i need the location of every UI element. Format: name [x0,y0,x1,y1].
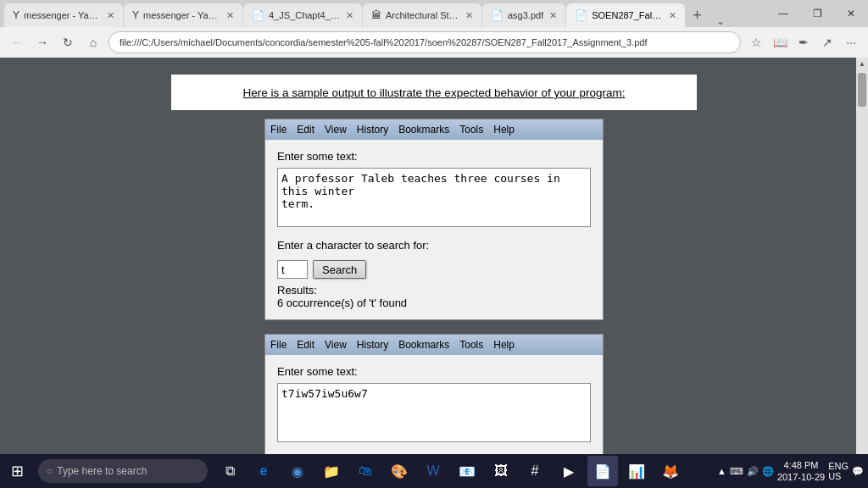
taskbar-time: 4:48 PM [777,459,825,471]
taskbar-search-text: Type here to search [57,465,147,477]
demo-2-menu-bookmarks[interactable]: Bookmarks [398,339,449,351]
tab-1-favicon: Y [13,9,19,21]
tab-6[interactable]: 📄 SOEN287_Fall2017_ ✕ [566,3,685,27]
pdf-icon[interactable]: 📄 [587,456,618,486]
powerpoint-icon[interactable]: 📊 [621,456,652,486]
share-icon[interactable]: ↗ [817,32,837,53]
demo-1-results-text: 6 occurrence(s) of 't' found [277,297,591,309]
calc-icon[interactable]: # [520,456,550,486]
demo-window-1: File Edit View History Bookmarks Tools H… [264,119,604,320]
edge-icon[interactable]: e [248,456,279,486]
taskbar-network-icon[interactable]: 🌐 [762,466,774,477]
firefox-icon[interactable]: 🦊 [655,456,686,486]
demo-1-menu-help[interactable]: Help [493,124,515,136]
tab-3-favicon: 📄 [252,9,264,21]
demo-1-search-row: Enter a character to search for: [277,239,591,252]
scrollbar-thumb[interactable] [858,73,866,107]
forward-button[interactable]: → [32,32,53,53]
tab-1-close[interactable]: ✕ [107,10,114,21]
taskbar-app-icons: ⧉ e ◉ 📁 🛍 🎨 W 📧 🖼 # ▶ 📄 📊 🦊 [214,456,686,486]
taskbar-clock[interactable]: 4:48 PM 2017-10-29 [777,459,825,484]
address-input[interactable] [108,31,741,53]
demo-1-input-row: Search [277,260,591,279]
minimize-button[interactable]: — [766,0,800,27]
tab-2-close[interactable]: ✕ [226,10,234,21]
start-button[interactable]: ⊞ [0,454,34,488]
tab-2[interactable]: Y messenger - Yahoo Sea ✕ [124,3,242,27]
right-scrollbar[interactable]: ▲ [856,58,868,454]
task-view-icon[interactable]: ⧉ [214,456,245,486]
reading-mode-icon[interactable]: 📖 [770,32,790,53]
tabs-bar: Y messenger - Yahoo Sea ✕ Y messenger - … [0,0,868,27]
taskbar-search-box[interactable]: ○ Type here to search [38,459,208,483]
tab-6-label: SOEN287_Fall2017_ [592,10,663,20]
tab-4-close[interactable]: ✕ [465,10,473,21]
tab-chevron-icon[interactable]: ⌄ [713,15,728,27]
outlook-icon[interactable]: 📧 [452,456,482,486]
tab-4-favicon: 🏛 [371,9,381,21]
more-icon[interactable]: ··· [841,32,861,53]
demo-1-results-label: Results: [277,284,591,297]
taskbar-volume-icon[interactable]: 🔊 [747,466,759,477]
window-controls: — ❐ ✕ [766,0,868,27]
demo-2-menu-help[interactable]: Help [493,339,515,351]
file-explorer-icon[interactable]: 📁 [316,456,347,486]
scrollbar-up-arrow[interactable]: ▲ [856,58,868,69]
taskbar-keyboard-icon: ⌨ [730,466,743,477]
bookmark-star-icon[interactable]: ☆ [746,32,766,53]
demo-2-textarea[interactable]: t7iw57iw5u6w7 [277,383,591,442]
photos-icon[interactable]: 🖼 [486,456,516,486]
tab-1[interactable]: Y messenger - Yahoo Sea ✕ [4,3,123,27]
tab-3[interactable]: 📄 4_JS_Chapt4_Part1.pdf ✕ [243,3,362,27]
address-bar-row: ← → ↻ ⌂ ☆ 📖 ✒ ↗ ··· [0,27,868,58]
tab-5-favicon: 📄 [491,9,504,21]
demo-1-text-label: Enter some text: [277,150,591,163]
ebook-icon[interactable]: ✒ [793,32,814,53]
demo-2-body: Enter some text: t7iw57iw5u6w7 Enter a c… [265,355,603,454]
taskbar-up-arrow-icon[interactable]: ▲ [717,466,726,476]
page-heading: Here is a sample output to illustrate th… [243,86,626,99]
taskbar-lang: ENGUS [828,461,849,481]
demo-2-menu-history[interactable]: History [357,339,388,351]
refresh-button[interactable]: ↻ [58,32,78,53]
demo-1-menu-history[interactable]: History [357,124,388,136]
tab-2-label: messenger - Yahoo Sea [143,10,220,20]
close-button[interactable]: ✕ [834,0,868,27]
restore-button[interactable]: ❐ [800,0,834,27]
demo-2-menu-view[interactable]: View [325,339,347,351]
demo-window-2: File Edit View History Bookmarks Tools H… [264,334,604,454]
tab-6-close[interactable]: ✕ [669,10,676,21]
cortana-icon[interactable]: ◉ [282,456,313,486]
demo-2-text-label: Enter some text: [277,365,591,378]
paint-icon[interactable]: 🎨 [384,456,415,486]
back-button[interactable]: ← [7,32,27,53]
demo-1-textarea[interactable]: A professor Taleb teaches three courses … [277,168,591,227]
new-tab-button[interactable]: + [686,3,709,27]
content-area: Here is a sample output to illustrate th… [0,58,868,454]
demo-1-menu-view[interactable]: View [325,124,347,136]
store-icon[interactable]: 🛍 [350,456,381,486]
demo-1-search-button[interactable]: Search [313,260,366,279]
tab-4-label: Architectural Styles.pdf [386,10,459,20]
taskbar: ⊞ ○ Type here to search ⧉ e ◉ 📁 🛍 🎨 W 📧 … [0,454,868,488]
demo-1-search-input[interactable] [277,260,308,279]
home-button[interactable]: ⌂ [83,32,103,53]
tab-3-label: 4_JS_Chapt4_Part1.pdf [269,10,340,20]
word-icon[interactable]: W [418,456,448,486]
demo-2-menu-tools[interactable]: Tools [459,339,483,351]
tab-4[interactable]: 🏛 Architectural Styles.pdf ✕ [363,3,481,27]
tab-3-close[interactable]: ✕ [346,10,353,21]
tab-5[interactable]: 📄 asg3.pdf ✕ [482,3,565,27]
demo-1-menu-edit[interactable]: Edit [297,124,314,136]
demo-2-menu-edit[interactable]: Edit [297,339,314,351]
tab-5-label: asg3.pdf [508,10,543,20]
tab-5-close[interactable]: ✕ [549,10,557,21]
demo-2-menu-file[interactable]: File [270,339,287,351]
taskbar-right: ▲ ⌨ 🔊 🌐 4:48 PM 2017-10-29 ENGUS 💬 [717,459,868,484]
demo-1-menu-bookmarks[interactable]: Bookmarks [398,124,449,136]
demo-1-menu-file[interactable]: File [270,124,287,136]
media-icon[interactable]: ▶ [554,456,584,486]
taskbar-notification-icon[interactable]: 💬 [852,466,864,477]
demo-1-menu-tools[interactable]: Tools [459,124,483,136]
tab-1-label: messenger - Yahoo Sea [24,10,101,20]
